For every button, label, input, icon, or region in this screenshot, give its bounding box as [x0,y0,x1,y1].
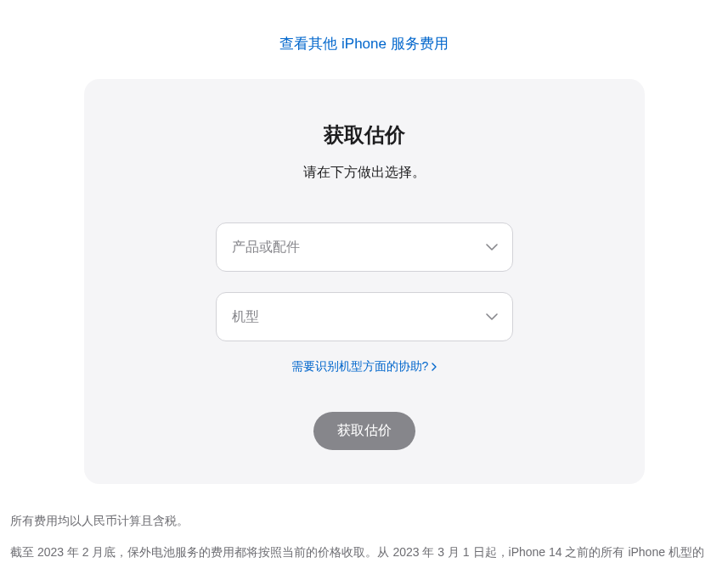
estimate-card: 获取估价 请在下方做出选择。 产品或配件 机型 需要识别机型方面的协助? 获取估… [84,79,645,484]
card-title: 获取估价 [135,121,594,149]
footer-text: 所有费用均以人民币计算且含税。 截至 2023 年 2 月底，保外电池服务的费用… [10,508,715,563]
identify-model-help-link[interactable]: 需要识别机型方面的协助? [291,359,437,374]
model-select-wrapper: 机型 [216,292,513,341]
product-select[interactable]: 产品或配件 [216,222,513,272]
other-iphone-service-link[interactable]: 查看其他 iPhone 服务费用 [279,36,448,52]
model-select[interactable]: 机型 [216,292,513,341]
help-link-label: 需要识别机型方面的协助? [291,359,429,374]
get-estimate-button[interactable]: 获取估价 [313,412,415,450]
footer-line-2: 截至 2023 年 2 月底，保外电池服务的费用都将按照当前的价格收取。从 20… [10,539,715,563]
chevron-right-icon [432,363,437,371]
card-subtitle: 请在下方做出选择。 [135,164,594,182]
top-link-container: 查看其他 iPhone 服务费用 [0,0,728,79]
product-select-wrapper: 产品或配件 [216,222,513,272]
help-link-container: 需要识别机型方面的协助? [135,358,594,374]
footer-line-2-pre: 截至 2023 年 2 月底，保外电池服务的费用都将按照当前的价格收取。从 20… [10,545,704,563]
footer-line-1: 所有费用均以人民币计算且含税。 [10,508,715,534]
